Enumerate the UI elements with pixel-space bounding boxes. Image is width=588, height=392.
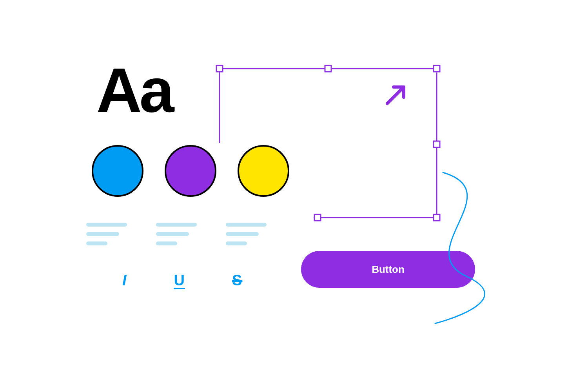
text-line — [156, 241, 177, 245]
typography-sample: Aa — [96, 59, 172, 122]
sample-button[interactable]: Button — [301, 251, 475, 288]
svg-rect-1 — [325, 65, 331, 72]
svg-rect-2 — [434, 65, 440, 72]
text-line — [226, 232, 259, 236]
text-line — [156, 232, 189, 236]
color-swatch-blue[interactable] — [92, 145, 143, 197]
italic-style-glyph[interactable]: I — [122, 272, 127, 289]
text-line — [86, 241, 107, 245]
underline-style-glyph[interactable]: U — [174, 272, 185, 289]
svg-rect-4 — [434, 214, 440, 221]
color-swatch-purple[interactable] — [165, 145, 216, 197]
text-align-left-2[interactable] — [156, 223, 197, 245]
strikethrough-style-glyph[interactable]: S — [232, 272, 242, 289]
text-align-left-3[interactable] — [226, 223, 267, 245]
text-line — [156, 223, 197, 227]
text-line — [86, 223, 127, 227]
text-align-left[interactable] — [86, 223, 127, 245]
text-line — [226, 241, 247, 245]
text-line — [226, 223, 267, 227]
text-alignment-row — [86, 223, 267, 245]
text-line — [86, 232, 119, 236]
design-canvas: Aa I U S — [31, 16, 557, 368]
svg-rect-0 — [216, 65, 223, 72]
button-label: Button — [372, 263, 405, 276]
arrow-up-right-icon — [382, 82, 409, 111]
svg-rect-3 — [434, 141, 440, 147]
svg-rect-5 — [314, 214, 321, 221]
text-style-row: I U S — [122, 272, 242, 289]
